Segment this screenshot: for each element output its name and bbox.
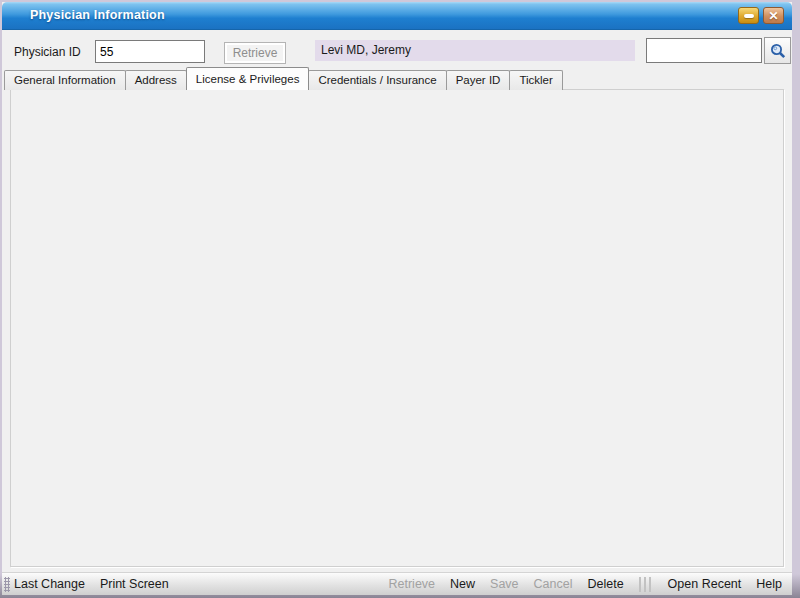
physician-id-input[interactable] bbox=[95, 40, 205, 63]
help-action[interactable]: Help bbox=[756, 577, 782, 591]
window-body: Physician Information ✕ Physician ID Ret… bbox=[2, 2, 792, 595]
new-action[interactable]: New bbox=[450, 577, 475, 591]
open-recent-action[interactable]: Open Recent bbox=[668, 577, 742, 591]
tab-credentials-insurance[interactable]: Credentials / Insurance bbox=[308, 70, 446, 90]
save-action: Save bbox=[490, 577, 519, 591]
tab-address[interactable]: Address bbox=[125, 70, 187, 90]
statusbar-grip-icon bbox=[4, 577, 10, 592]
minimize-icon bbox=[744, 14, 754, 18]
retrieve-action: Retrieve bbox=[388, 577, 435, 591]
statusbar-separator bbox=[639, 577, 653, 592]
close-button[interactable]: ✕ bbox=[763, 7, 784, 24]
retrieve-button: Retrieve bbox=[224, 42, 286, 64]
tab-strip: General Information Address License & Pr… bbox=[4, 67, 562, 90]
titlebar-buttons: ✕ bbox=[738, 7, 784, 24]
tab-license-privileges[interactable]: License & Privileges bbox=[186, 67, 310, 90]
window: Physician Information ✕ Physician ID Ret… bbox=[0, 0, 800, 598]
last-change-button[interactable]: Last Change bbox=[14, 577, 85, 591]
statusbar: Last Change Print Screen Retrieve New Sa… bbox=[2, 572, 792, 595]
tab-page-license-privileges bbox=[10, 89, 784, 567]
minimize-button[interactable] bbox=[738, 7, 759, 24]
physician-name-display: Levi MD, Jeremy bbox=[315, 40, 635, 61]
search-button[interactable] bbox=[764, 37, 791, 64]
tab-payer-id[interactable]: Payer ID bbox=[446, 70, 511, 90]
print-screen-button[interactable]: Print Screen bbox=[100, 577, 169, 591]
window-title: Physician Information bbox=[30, 8, 165, 22]
physician-id-label: Physician ID bbox=[14, 45, 81, 59]
tab-general-information[interactable]: General Information bbox=[4, 70, 126, 90]
titlebar: Physician Information ✕ bbox=[2, 2, 792, 30]
delete-action[interactable]: Delete bbox=[587, 577, 623, 591]
cancel-action: Cancel bbox=[534, 577, 573, 591]
magnifier-icon bbox=[769, 42, 787, 60]
search-input[interactable] bbox=[646, 38, 762, 63]
close-icon: ✕ bbox=[768, 10, 778, 22]
tab-tickler[interactable]: Tickler bbox=[509, 70, 562, 90]
statusbar-actions: Retrieve New Save Cancel Delete Open Rec… bbox=[388, 577, 792, 592]
